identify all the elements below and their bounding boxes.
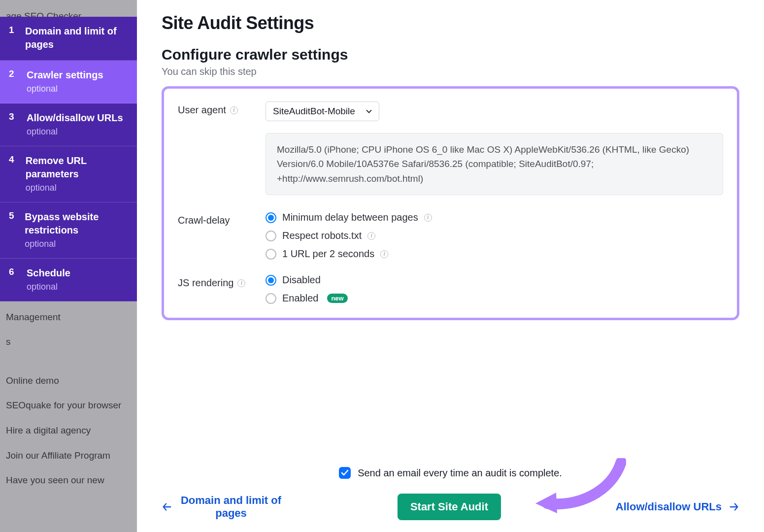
next-step-label: Allow/disallow URLs bbox=[616, 500, 722, 513]
info-icon[interactable]: i bbox=[230, 106, 238, 114]
user-agent-value: SiteAuditBot-Mobile bbox=[273, 106, 355, 117]
check-icon bbox=[341, 469, 349, 477]
step-number: 4 bbox=[9, 154, 17, 193]
radio-label: Respect robots.txt bbox=[282, 230, 362, 241]
radio-icon bbox=[266, 275, 276, 286]
next-step-link[interactable]: Allow/disallow URLs bbox=[616, 500, 739, 513]
radio-icon bbox=[266, 212, 276, 223]
step-allow-disallow[interactable]: 3 Allow/disallow URLs optional bbox=[0, 103, 137, 146]
step-label: Schedule bbox=[27, 266, 70, 280]
section-title: Configure crawler settings bbox=[162, 46, 739, 63]
email-checkbox[interactable] bbox=[339, 467, 351, 479]
crawl-delay-option-min[interactable]: Minimum delay between pages i bbox=[266, 212, 723, 223]
step-domain-limit[interactable]: 1 Domain and limit of pages bbox=[0, 17, 137, 61]
step-number: 2 bbox=[9, 68, 18, 94]
step-number: 1 bbox=[9, 25, 16, 51]
step-number: 5 bbox=[9, 210, 16, 249]
page-title: Site Audit Settings bbox=[162, 13, 739, 33]
start-site-audit-button[interactable]: Start Site Audit bbox=[398, 494, 501, 520]
crawl-delay-option-1per2[interactable]: 1 URL per 2 seconds i bbox=[266, 248, 723, 260]
step-label: Bypass website restrictions bbox=[25, 210, 128, 237]
js-rendering-disabled[interactable]: Disabled bbox=[266, 274, 723, 286]
crawl-delay-option-robots[interactable]: Respect robots.txt i bbox=[266, 230, 723, 241]
step-optional: optional bbox=[27, 127, 123, 137]
step-bypass-restrictions[interactable]: 5 Bypass website restrictions optional bbox=[0, 202, 137, 259]
step-label: Domain and limit of pages bbox=[25, 25, 128, 51]
info-icon[interactable]: i bbox=[380, 250, 388, 258]
prev-step-label: Domain and limit of pages bbox=[179, 494, 283, 520]
wizard-steps: 1 Domain and limit of pages 2 Crawler se… bbox=[0, 17, 137, 301]
radio-icon bbox=[266, 231, 276, 241]
step-schedule[interactable]: 6 Schedule optional bbox=[0, 259, 137, 301]
step-optional: optional bbox=[27, 84, 103, 94]
radio-label: Enabled bbox=[282, 293, 318, 304]
chevron-down-icon bbox=[366, 108, 372, 114]
step-label: Crawler settings bbox=[27, 68, 103, 82]
settings-card: User agent i SiteAuditBot-Mobile Mozilla… bbox=[162, 86, 739, 320]
skip-note: You can skip this step bbox=[162, 66, 739, 77]
radio-icon bbox=[266, 293, 276, 304]
step-remove-url-params[interactable]: 4 Remove URL parameters optional bbox=[0, 146, 137, 202]
user-agent-select[interactable]: SiteAuditBot-Mobile bbox=[266, 101, 379, 121]
radio-label: Minimum delay between pages bbox=[282, 212, 418, 223]
step-number: 6 bbox=[9, 266, 18, 292]
info-icon[interactable]: i bbox=[367, 232, 375, 240]
radio-label: 1 URL per 2 seconds bbox=[282, 248, 374, 260]
arrow-right-icon bbox=[729, 501, 739, 512]
email-checkbox-label: Send an email every time an audit is com… bbox=[358, 467, 562, 479]
user-agent-string: Mozilla/5.0 (iPhone; CPU iPhone OS 6_0 l… bbox=[266, 133, 723, 195]
radio-label: Disabled bbox=[282, 274, 321, 286]
step-optional: optional bbox=[25, 239, 128, 249]
js-rendering-label: JS rendering bbox=[178, 277, 233, 289]
arrow-left-icon bbox=[162, 501, 172, 512]
step-label: Allow/disallow URLs bbox=[27, 111, 123, 125]
info-icon[interactable]: i bbox=[237, 279, 245, 287]
user-agent-label: User agent bbox=[178, 104, 226, 116]
crawl-delay-label: Crawl-delay bbox=[178, 215, 230, 226]
new-badge: new bbox=[327, 294, 347, 303]
info-icon[interactable]: i bbox=[424, 214, 432, 222]
prev-step-link[interactable]: Domain and limit of pages bbox=[162, 494, 283, 520]
step-label: Remove URL parameters bbox=[26, 154, 128, 181]
radio-icon bbox=[266, 249, 276, 260]
step-optional: optional bbox=[27, 282, 70, 292]
js-rendering-enabled[interactable]: Enabled new bbox=[266, 293, 723, 304]
step-optional: optional bbox=[26, 183, 128, 193]
step-crawler-settings[interactable]: 2 Crawler settings optional bbox=[0, 61, 137, 103]
step-number: 3 bbox=[9, 111, 18, 137]
